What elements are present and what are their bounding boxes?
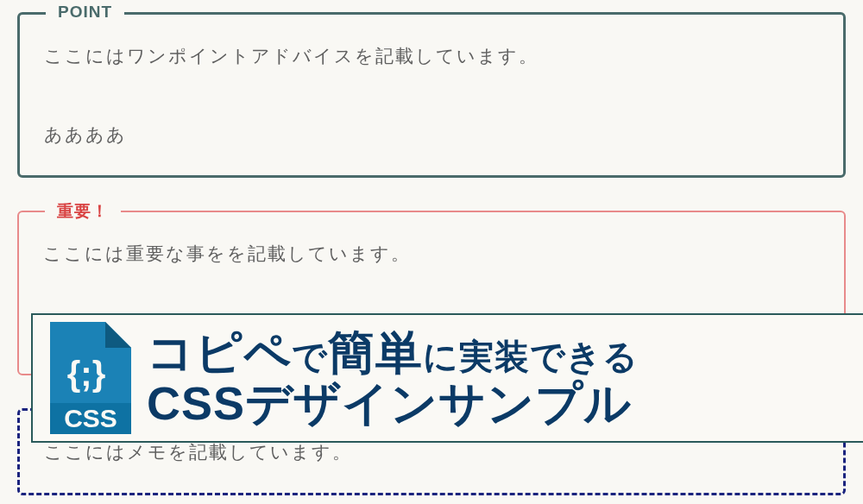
banner: {;} CSS コピペで簡単に実装できる CSSデザインサンプル: [31, 313, 863, 443]
point-text-2: ああああ: [44, 119, 819, 150]
important-legend: 重要！: [45, 200, 121, 223]
banner-word-1: コピペ: [147, 326, 292, 378]
important-text-1: ここには重要な事をを記載しています。: [43, 238, 820, 269]
point-legend: POINT: [46, 3, 124, 22]
banner-word-2: で: [292, 337, 328, 375]
point-box: POINT ここにはワンポイントアドバイスを記載しています。 ああああ: [17, 12, 846, 178]
banner-word-3: 簡単: [328, 326, 423, 378]
point-text-1: ここにはワンポイントアドバイスを記載しています。: [44, 41, 819, 72]
braces-icon: {;}: [67, 355, 105, 393]
css-icon-label: CSS: [64, 404, 117, 432]
banner-text: コピペで簡単に実装できる CSSデザインサンプル: [147, 327, 849, 430]
css-file-icon: {;} CSS: [41, 322, 131, 434]
banner-line-2: CSSデザインサンプル: [147, 378, 849, 429]
banner-word-4: に実装できる: [423, 337, 639, 375]
banner-line-1: コピペで簡単に実装できる: [147, 327, 849, 378]
